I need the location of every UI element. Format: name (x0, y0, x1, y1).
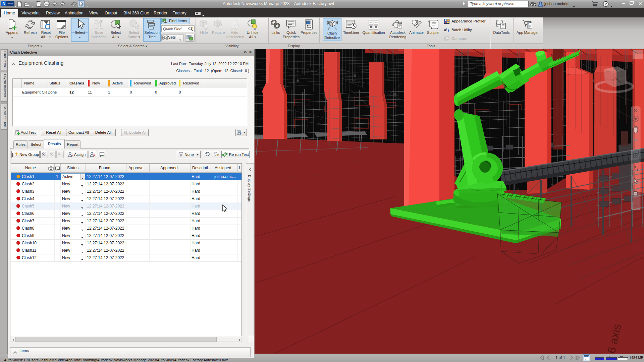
svg-text:?: ? (605, 2, 607, 6)
svg-text:RIGHT: RIGHT (606, 78, 616, 82)
svg-text:a: a (444, 28, 446, 32)
